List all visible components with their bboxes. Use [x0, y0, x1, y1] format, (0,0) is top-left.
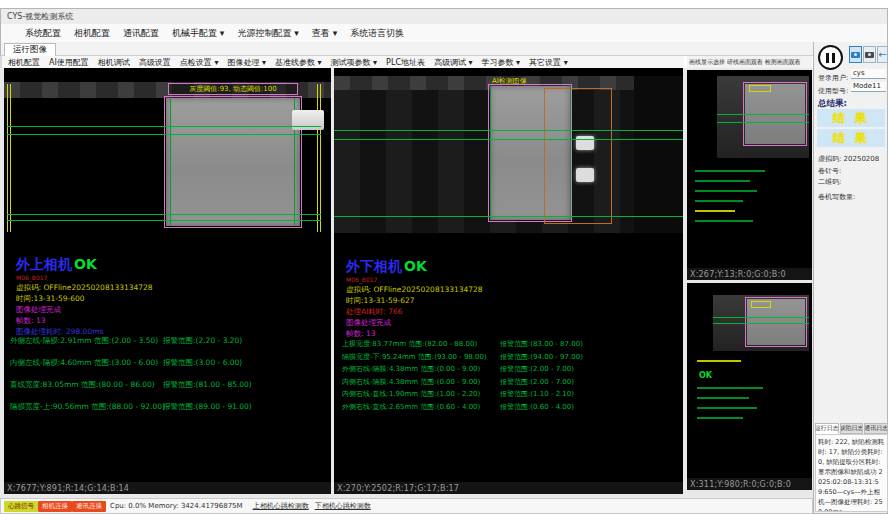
measure-line	[7, 220, 321, 221]
measure-line	[7, 214, 321, 215]
ai-time: 处理AI耗时: 766	[346, 306, 483, 317]
camera-view-middle[interactable]: AI检测图像 外下相机OK M06_B017 虚拟码: OFFline20250…	[334, 68, 683, 482]
measurement-row: 直线宽度:83.05mm 范围:(80.00 - 86.00)报警范围:(81.…	[10, 380, 330, 402]
thumbnail-view-bottom[interactable]: OK	[687, 283, 812, 478]
toolbar-item[interactable]: 图像处理 ▾	[227, 57, 266, 68]
status-badge: 心跳信号	[4, 501, 38, 512]
text-line-decor	[695, 170, 765, 172]
toolbar-item[interactable]: 其它设置 ▾	[529, 57, 568, 68]
status-ok: OK	[404, 258, 427, 274]
measurement-row: 隔膜宽度-下:95.24mm 范围:(93.00 - 98.00)报警范围:(9…	[342, 352, 678, 365]
status-link[interactable]: 上相机心跳检测数	[253, 502, 309, 510]
text-line-decor	[697, 417, 743, 419]
login-user-label: 登录用户:	[818, 73, 848, 83]
toolbar-item[interactable]: AI使用配置	[49, 57, 89, 68]
text-line-decor	[695, 200, 743, 202]
model-field[interactable]: Mode11	[851, 82, 886, 92]
measurement-row: 外侧左线-隔膜:2.91mm 范围:(2.00 - 3.50)报警范围:(2.2…	[10, 336, 330, 358]
measurement-value: 外侧左线-隔膜:2.91mm 范围:(2.00 - 3.50)	[10, 336, 158, 346]
camera-name: 外上相机	[16, 256, 72, 272]
sub-code: M06_B017	[16, 274, 153, 282]
status-link[interactable]: 下相机心跳检测数	[315, 502, 371, 510]
exit-button[interactable]: ←	[877, 46, 888, 63]
window-titlebar: CYS-视觉检测系统	[0, 8, 888, 24]
measurement-value: 内侧右线-隔膜:4.38mm 范围:(0.00 - 9.00)	[342, 377, 480, 387]
toolbar-item[interactable]: PLC地址表	[386, 57, 425, 68]
coordinate-readout-middle: X:270;Y:2502;R:17;G:17;B:17	[334, 482, 683, 494]
camera-title: 外上相机OK	[16, 256, 153, 274]
measurement-row: 内侧右线-直线:1.90mm 范围:(1.00 - 2.20)报警范围:(1.1…	[342, 389, 678, 402]
toolbar-item[interactable]: 相机配置	[8, 57, 40, 68]
overlay-line	[570, 86, 571, 220]
frame-count: 帧数: 13	[16, 315, 153, 326]
overlay-tag	[751, 301, 771, 308]
toolbar-item[interactable]: 基准线参数 ▾	[275, 57, 322, 68]
status-links: 上相机心跳检测数下相机心跳检测数	[247, 501, 371, 511]
measurement-value: 隔膜宽度-上:90.56mm 范围:(88.00 - 92.00)	[10, 402, 165, 412]
virtual-code: 虚拟码: OFFline20250208133134728	[346, 284, 483, 295]
qr-label: 二维码:	[818, 177, 841, 187]
overlay-line	[317, 84, 318, 232]
toolbar-item[interactable]: 相机调试	[98, 57, 130, 68]
log-tab[interactable]: 通讯日志	[864, 423, 888, 434]
virtual-code-label: 虚拟码: 20250208	[818, 154, 879, 164]
application-window: CYS-视觉检测系统 C 系统配置相机配置通讯配置机械手配置 ▾光源控制配置 ▾…	[0, 0, 888, 522]
toolbar-item[interactable]: 高级调试 ▾	[434, 57, 473, 68]
alarm-range: 报警范围:(2.00 - 7.00)	[500, 364, 574, 374]
menu-item[interactable]: 相机配置	[74, 27, 110, 40]
roi-rect	[164, 96, 302, 228]
coordinate-readout-thumb-top: X:267;Y:13;R:0;G:0;B:0	[687, 268, 812, 280]
log-tab[interactable]: 运行日志	[815, 423, 839, 434]
log-tab[interactable]: 缺陷日志	[840, 423, 864, 434]
camera-capture-button[interactable]	[863, 46, 876, 63]
virtual-code: 虚拟码: OFFline20250208133134728	[16, 282, 153, 293]
menu-item[interactable]: 系统配置	[25, 27, 61, 40]
status-badges: 心跳信号相机连接通讯连接	[4, 501, 106, 512]
menu-item[interactable]: 光源控制配置 ▾	[237, 27, 298, 40]
measure-line	[334, 216, 683, 217]
toolbar-item[interactable]: 测试项参数 ▾	[331, 57, 378, 68]
measure-line	[713, 317, 809, 318]
connector-part	[292, 110, 324, 130]
menu-item[interactable]: 通讯配置	[123, 27, 159, 40]
camera-view-left[interactable]: 灰度阈值:93, 动态阈值:100 外上相机OK M06_B017 虚拟码: O…	[4, 68, 331, 482]
machine-texture	[634, 76, 683, 233]
login-user-field[interactable]: cys	[851, 69, 886, 79]
measurement-value: 直线宽度:83.05mm 范围:(80.00 - 86.00)	[10, 380, 155, 390]
measure-line	[713, 323, 809, 324]
measurement-row: 内侧右线-隔膜:4.38mm 范围:(0.00 - 9.00)报警范围:(2.0…	[342, 377, 678, 390]
log-text[interactable]: 耗时: 222, 缺陷检测耗时: 17, 缺陷分类耗时: 0, 缺陷提取分区耗时…	[815, 434, 888, 512]
text-line-decor	[695, 180, 750, 182]
menu-item[interactable]: 查看 ▾	[312, 27, 337, 40]
pause-button[interactable]	[818, 45, 843, 70]
text-line-decor	[697, 397, 749, 399]
bright-feature	[576, 168, 594, 182]
thumbnail-view-top[interactable]	[687, 70, 812, 268]
text-line-decor	[697, 387, 763, 389]
tab-run-image[interactable]: 运行图像	[4, 43, 56, 56]
camera-live-button[interactable]	[849, 46, 862, 63]
camera-name: 外下相机	[346, 258, 402, 274]
camera-icon	[851, 52, 860, 58]
camera-info-block: 外下相机OK M06_B017 虚拟码: OFFline202502081331…	[346, 258, 483, 339]
alarm-range: 报警范围:(81.00 - 85.00)	[163, 380, 252, 390]
overlay-line	[490, 86, 491, 220]
menu-item[interactable]: 系统语言切换	[350, 27, 404, 40]
side-panel: ← 登录用户: cys 使用型号: Mode11 总结果: 结 果 结 果 虚拟…	[813, 42, 888, 514]
write-count-label: 卷机写数量:	[818, 192, 855, 202]
menu-item[interactable]: 机械手配置 ▾	[172, 27, 224, 40]
measure-line	[717, 114, 809, 115]
camera-title: 外下相机OK	[346, 258, 483, 276]
toolbar: 相机配置AI使用配置相机调试高级设置点检设置 ▾图像处理 ▾基准线参数 ▾测试项…	[0, 56, 684, 68]
menu-bar: 系统配置相机配置通讯配置机械手配置 ▾光源控制配置 ▾查看 ▾系统语言切换	[0, 24, 888, 42]
status-badge: 相机连接	[38, 501, 72, 512]
measure-line	[334, 130, 683, 131]
process-done: 图像处理完成	[16, 304, 153, 315]
measurement-value: 外侧右线-直线:2.65mm 范围:(0.60 - 4.00)	[342, 402, 480, 412]
sub-code: M06_B017	[346, 276, 483, 284]
measurement-value: 内侧右线-直线:1.90mm 范围:(1.00 - 2.20)	[342, 389, 480, 399]
toolbar-item[interactable]: 高级设置	[139, 57, 171, 68]
toolbar-item[interactable]: 点检设置 ▾	[180, 57, 219, 68]
toolbar-item[interactable]: 学习参数 ▾	[482, 57, 521, 68]
result-indicator-2: 结 果	[817, 129, 885, 147]
